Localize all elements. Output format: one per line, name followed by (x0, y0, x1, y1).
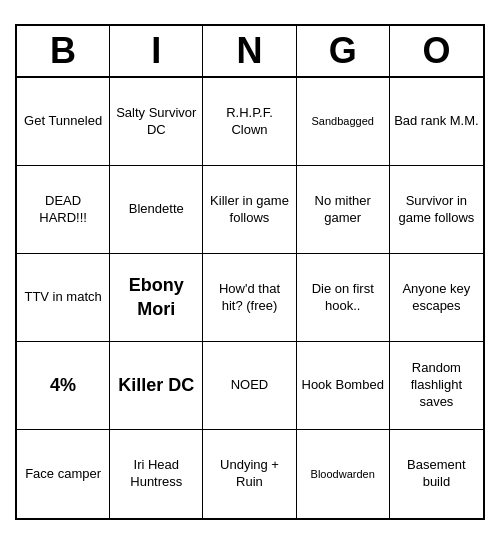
cell-text-0: Get Tunneled (24, 113, 102, 130)
bingo-cell-14: Anyone key escapes (390, 254, 483, 342)
bingo-cell-6: Blendette (110, 166, 203, 254)
cell-text-18: Hook Bombed (302, 377, 384, 394)
bingo-cell-10: TTV in match (17, 254, 110, 342)
cell-text-5: DEAD HARD!!! (21, 193, 105, 227)
bingo-cell-22: Undying + Ruin (203, 430, 296, 518)
cell-text-16: Killer DC (118, 374, 194, 397)
bingo-cell-8: No mither gamer (297, 166, 390, 254)
bingo-cell-3: Sandbagged (297, 78, 390, 166)
cell-text-12: How'd that hit? (free) (207, 281, 291, 315)
bingo-cell-1: Salty Survivor DC (110, 78, 203, 166)
cell-text-7: Killer in game follows (207, 193, 291, 227)
header-letter-i: I (110, 26, 203, 76)
bingo-cell-18: Hook Bombed (297, 342, 390, 430)
cell-text-15: 4% (50, 374, 76, 397)
bingo-cell-0: Get Tunneled (17, 78, 110, 166)
bingo-cell-16: Killer DC (110, 342, 203, 430)
cell-text-14: Anyone key escapes (394, 281, 479, 315)
bingo-grid: Get TunneledSalty Survivor DCR.H.P.F. Cl… (17, 78, 483, 518)
header-letter-g: G (297, 26, 390, 76)
bingo-cell-11: Ebony Mori (110, 254, 203, 342)
bingo-cell-21: Iri Head Huntress (110, 430, 203, 518)
bingo-cell-23: Bloodwarden (297, 430, 390, 518)
bingo-cell-13: Die on first hook.. (297, 254, 390, 342)
cell-text-3: Sandbagged (311, 114, 373, 128)
bingo-cell-4: Bad rank M.M. (390, 78, 483, 166)
header-letter-b: B (17, 26, 110, 76)
cell-text-4: Bad rank M.M. (394, 113, 479, 130)
bingo-header: BINGO (17, 26, 483, 78)
bingo-cell-17: NOED (203, 342, 296, 430)
bingo-cell-19: Random flashlight saves (390, 342, 483, 430)
cell-text-24: Basement build (394, 457, 479, 491)
bingo-cell-15: 4% (17, 342, 110, 430)
bingo-cell-12: How'd that hit? (free) (203, 254, 296, 342)
cell-text-21: Iri Head Huntress (114, 457, 198, 491)
bingo-cell-5: DEAD HARD!!! (17, 166, 110, 254)
cell-text-23: Bloodwarden (311, 467, 375, 481)
bingo-cell-7: Killer in game follows (203, 166, 296, 254)
bingo-cell-24: Basement build (390, 430, 483, 518)
cell-text-19: Random flashlight saves (394, 360, 479, 411)
header-letter-n: N (203, 26, 296, 76)
cell-text-6: Blendette (129, 201, 184, 218)
bingo-cell-20: Face camper (17, 430, 110, 518)
cell-text-8: No mither gamer (301, 193, 385, 227)
cell-text-20: Face camper (25, 466, 101, 483)
cell-text-22: Undying + Ruin (207, 457, 291, 491)
cell-text-11: Ebony Mori (114, 274, 198, 321)
cell-text-2: R.H.P.F. Clown (207, 105, 291, 139)
cell-text-1: Salty Survivor DC (114, 105, 198, 139)
cell-text-17: NOED (231, 377, 269, 394)
cell-text-10: TTV in match (24, 289, 101, 306)
cell-text-9: Survivor in game follows (394, 193, 479, 227)
bingo-cell-2: R.H.P.F. Clown (203, 78, 296, 166)
bingo-card: BINGO Get TunneledSalty Survivor DCR.H.P… (15, 24, 485, 520)
cell-text-13: Die on first hook.. (301, 281, 385, 315)
bingo-cell-9: Survivor in game follows (390, 166, 483, 254)
header-letter-o: O (390, 26, 483, 76)
